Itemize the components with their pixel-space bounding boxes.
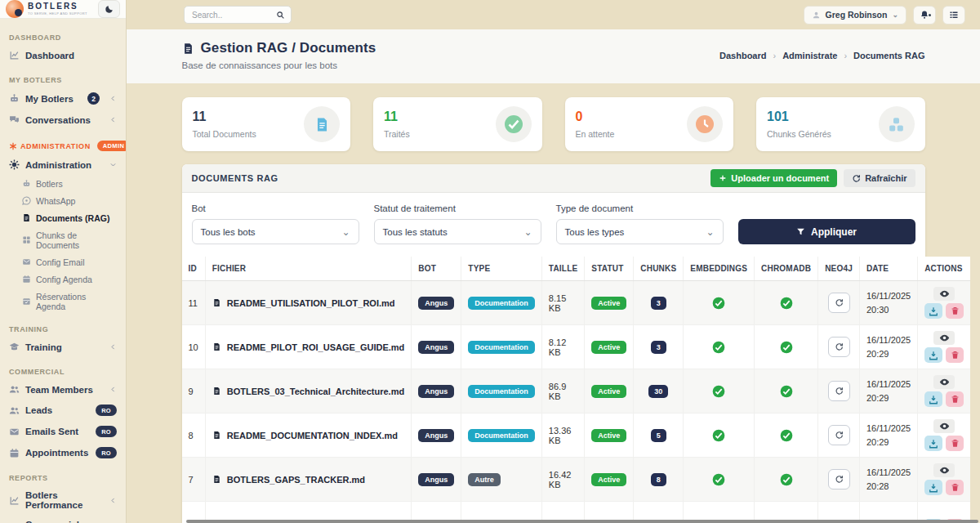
- cell-date: 16/11/2025: [866, 423, 911, 433]
- delete-button[interactable]: [946, 436, 964, 451]
- panel-header: DOCUMENTS RAG Uploader un document Rafra…: [182, 164, 925, 193]
- clock-icon: [695, 114, 715, 134]
- sidebar-item-commercial-performance[interactable]: Commercial Performance: [0, 515, 126, 523]
- sidebar-subitem-documents-rag[interactable]: Documents (RAG): [0, 209, 126, 226]
- neo4j-sync-button[interactable]: [828, 469, 850, 489]
- stat-label: Chunks Générés: [767, 129, 831, 139]
- download-button[interactable]: [924, 347, 942, 363]
- user-name: Greg Robinson: [826, 10, 888, 20]
- stat-card-chunks-generes: 101 Chunks Générés: [756, 97, 925, 151]
- cell-time: 20:29: [866, 437, 889, 447]
- sidebar-logo-area: BOTLERS TO SERVE, HELP AND SUPPORT: [0, 0, 126, 19]
- sidebar-item-emails-sent[interactable]: Emails Sent RO: [0, 421, 126, 442]
- delete-button[interactable]: [946, 480, 964, 495]
- chevron-left-icon: [109, 386, 117, 393]
- filter-label-type: Type de document: [556, 203, 724, 213]
- sidebar-subitem-botlers[interactable]: Botlers: [0, 175, 126, 192]
- cell-size: 8.15 KB: [541, 281, 584, 325]
- neo4j-sync-button[interactable]: [828, 381, 850, 401]
- download-icon: [929, 439, 938, 449]
- page-content: 11 Total Documents 11 Traités: [127, 83, 980, 523]
- download-button[interactable]: [924, 303, 942, 319]
- upload-document-button[interactable]: Uploader un document: [710, 169, 837, 187]
- breadcrumb-administrate[interactable]: Administrate: [782, 51, 837, 60]
- page-title: Gestion RAG / Documents: [201, 40, 376, 56]
- breadcrumb: Dashboard › Administrate › Documents RAG: [719, 51, 924, 60]
- download-button[interactable]: [924, 480, 942, 495]
- sidebar-subitem-reservations-agenda[interactable]: Réservations Agenda: [0, 288, 126, 315]
- sidebar-item-dashboard[interactable]: Dashboard: [0, 45, 126, 65]
- sidebar-subitem-config-email[interactable]: Config Email: [0, 253, 126, 270]
- type-badge: Documentation: [468, 429, 535, 442]
- stat-value: 101: [767, 110, 831, 123]
- trash-icon: [951, 395, 960, 404]
- delete-button[interactable]: [946, 391, 964, 407]
- file-icon: [212, 475, 221, 484]
- delete-button[interactable]: [946, 347, 964, 363]
- horizontal-scrollbar[interactable]: [186, 520, 978, 523]
- menu-button[interactable]: [942, 6, 965, 25]
- chromadb-check-icon: [780, 297, 793, 310]
- col-chunks: CHUNKS: [634, 257, 684, 281]
- bot-filter-select[interactable]: Tous les bots ⌄: [192, 219, 359, 244]
- cell-file: BOTLERS_GAPS_TRACKER.md: [227, 475, 365, 485]
- sidebar-item-botlers-performance[interactable]: Botlers Performance: [0, 485, 126, 515]
- download-button[interactable]: [924, 391, 942, 407]
- neo4j-sync-button[interactable]: [828, 425, 850, 445]
- file-icon: [212, 298, 221, 307]
- notifications-button[interactable]: [913, 6, 936, 25]
- cell-size: 8.12 KB: [541, 325, 584, 369]
- neo4j-sync-button[interactable]: [828, 337, 850, 357]
- file-icon: [212, 387, 221, 396]
- sidebar-item-administration[interactable]: Administration: [0, 154, 126, 175]
- refresh-icon: [835, 342, 844, 351]
- breadcrumb-dashboard[interactable]: Dashboard: [719, 51, 766, 60]
- dark-mode-toggle[interactable]: [98, 0, 120, 18]
- stat-card-traites: 11 Traités: [373, 97, 542, 151]
- moon-icon: [105, 4, 114, 14]
- grid-icon: [22, 235, 31, 244]
- delete-button[interactable]: [946, 303, 964, 319]
- apply-filters-button[interactable]: Appliquer: [738, 219, 915, 244]
- sidebar-subitem-config-agenda[interactable]: Config Agenda: [0, 270, 126, 288]
- sidebar-item-leads[interactable]: Leads RO: [0, 400, 126, 421]
- view-button[interactable]: [933, 331, 955, 345]
- embeddings-check-icon: [712, 297, 725, 310]
- sidebar-item-conversations[interactable]: Conversations: [0, 110, 126, 130]
- type-badge: Autre: [468, 473, 501, 486]
- trash-icon: [951, 439, 960, 448]
- leads-icon: [9, 405, 20, 416]
- sidebar-item-my-botlers[interactable]: My Botlers 2: [0, 87, 126, 110]
- sidebar-item-training[interactable]: Training: [0, 337, 126, 357]
- view-button[interactable]: [933, 375, 955, 389]
- status-filter-select[interactable]: Tous les statuts ⌄: [374, 219, 541, 244]
- view-button[interactable]: [933, 287, 955, 301]
- ro-badge: RO: [96, 426, 117, 437]
- cell-file: README_UTILISATION_PILOT_ROI.md: [227, 298, 395, 308]
- count-badge: 2: [87, 92, 100, 105]
- chevron-down-icon: [109, 161, 117, 168]
- search-box[interactable]: [184, 6, 292, 24]
- refresh-button[interactable]: Rafraîchir: [844, 169, 915, 187]
- download-icon: [929, 306, 938, 316]
- view-button[interactable]: [933, 463, 955, 477]
- download-button[interactable]: [924, 436, 942, 451]
- col-fichier: FICHIER: [205, 257, 412, 281]
- neo4j-sync-button[interactable]: [828, 293, 850, 313]
- bot-badge: Angus: [418, 341, 454, 354]
- sidebar-item-team-members[interactable]: Team Members: [0, 379, 126, 400]
- user-menu[interactable]: Greg Robinson ⌄: [804, 6, 906, 25]
- nav-heading-my-botlers: MY BOTLERS: [0, 71, 126, 87]
- search-input[interactable]: [190, 10, 272, 20]
- stat-value: 0: [576, 110, 615, 123]
- breadcrumb-separator: ›: [844, 51, 847, 60]
- ro-badge: RO: [96, 447, 117, 458]
- sidebar-subitem-chunks[interactable]: Chunks de Documents: [0, 226, 126, 253]
- type-filter-select[interactable]: Tous les types ⌄: [556, 219, 724, 244]
- sidebar-item-appointments[interactable]: Appointments RO: [0, 442, 126, 463]
- status-badge: Active: [591, 385, 626, 398]
- view-button[interactable]: [933, 419, 955, 433]
- logo-title: BOTLERS: [28, 2, 87, 11]
- chunks-badge: 3: [651, 341, 666, 354]
- sidebar-subitem-whatsapp[interactable]: WhatsApp: [0, 192, 126, 209]
